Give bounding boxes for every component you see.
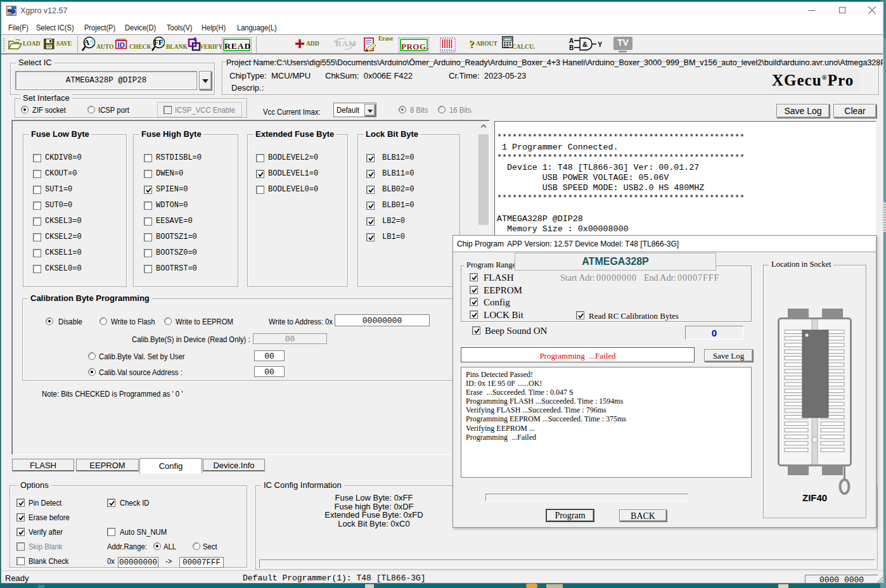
- svg-text:FF: FF: [154, 39, 163, 46]
- svg-text:ID: ID: [118, 41, 125, 49]
- svg-text:A: A: [84, 37, 90, 47]
- svg-text:&: &: [582, 41, 587, 48]
- svg-text:Y: Y: [598, 41, 603, 48]
- svg-text:A: A: [569, 37, 574, 44]
- svg-text:B: B: [569, 44, 574, 51]
